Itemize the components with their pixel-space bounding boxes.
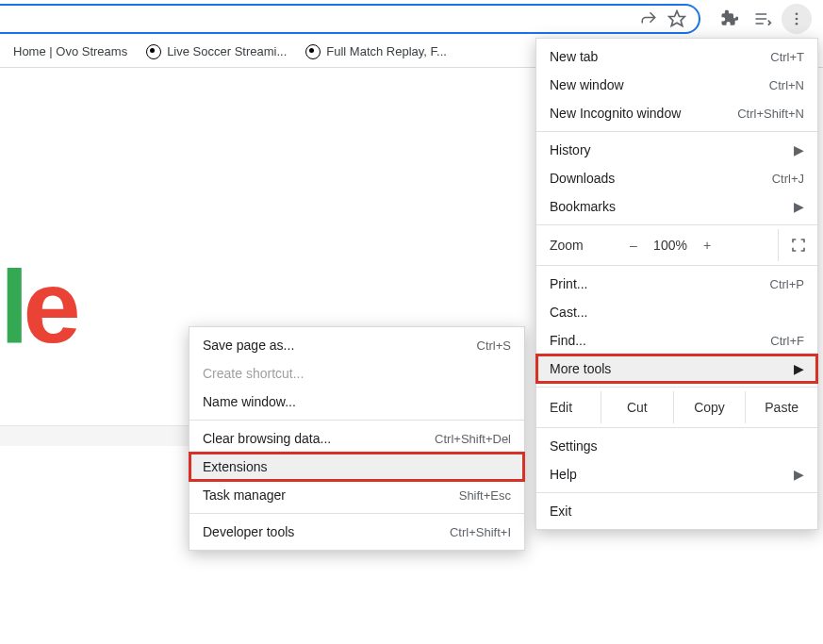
extensions-icon[interactable] [714, 4, 744, 34]
bookmark-label: Live Soccer Streami... [167, 44, 287, 58]
svg-point-1 [796, 12, 798, 15]
cut-button[interactable]: Cut [601, 391, 673, 423]
logo-l: l [0, 248, 24, 364]
bookmark-label: Full Match Replay, F... [326, 44, 447, 58]
menu-item-task-manager[interactable]: Task manager Shift+Esc [189, 481, 524, 509]
soccer-icon [305, 44, 321, 59]
paste-button[interactable]: Paste [745, 391, 817, 423]
menu-item-new-window[interactable]: New window Ctrl+N [536, 71, 817, 99]
menu-item-print[interactable]: Print... Ctrl+P [536, 270, 817, 298]
menu-label: Settings [550, 438, 804, 454]
menu-item-bookmarks[interactable]: Bookmarks ▶ [536, 192, 817, 221]
more-tools-submenu: Save page as... Ctrl+S Create shortcut..… [189, 326, 525, 551]
menu-item-name-window[interactable]: Name window... [189, 388, 524, 416]
menu-label: Exit [550, 504, 804, 519]
zoom-value: 100% [648, 238, 693, 253]
copy-button[interactable]: Copy [673, 391, 746, 423]
zoom-label: Zoom [550, 238, 619, 253]
menu-label: New tab [550, 49, 770, 64]
zoom-out-button[interactable]: – [619, 238, 648, 253]
chevron-right-icon: ▶ [795, 361, 804, 376]
separator [536, 224, 817, 225]
menu-shortcut: Shift+Esc [459, 488, 511, 503]
menu-item-help[interactable]: Help ▶ [536, 460, 817, 488]
toolbar [0, 0, 823, 36]
menu-item-clear-browsing-data[interactable]: Clear browsing data... Ctrl+Shift+Del [189, 424, 524, 453]
menu-shortcut: Ctrl+S [477, 339, 511, 353]
menu-label: New window [550, 77, 769, 92]
menu-shortcut: Ctrl+P [770, 277, 804, 291]
menu-shortcut: Ctrl+Shift+N [737, 107, 804, 121]
chrome-menu: New tab Ctrl+T New window Ctrl+N New Inc… [535, 38, 818, 530]
menu-dots-icon[interactable] [782, 4, 812, 34]
separator [536, 492, 817, 493]
menu-label: Task manager [203, 487, 459, 503]
menu-label: Clear browsing data... [203, 431, 435, 446]
menu-item-downloads[interactable]: Downloads Ctrl+J [536, 164, 817, 192]
menu-label: Print... [550, 276, 770, 291]
menu-label: Developer tools [203, 524, 450, 539]
menu-label: History [550, 142, 795, 157]
separator [536, 131, 817, 132]
reading-list-icon[interactable] [748, 4, 778, 34]
separator [189, 513, 524, 514]
menu-shortcut: Ctrl+N [769, 78, 804, 92]
menu-item-create-shortcut: Create shortcut... [189, 359, 524, 388]
chevron-right-icon: ▶ [795, 142, 804, 157]
svg-marker-0 [669, 10, 685, 25]
menu-shortcut: Ctrl+Shift+Del [435, 432, 511, 446]
soccer-icon [146, 44, 161, 59]
menu-label: Cast... [550, 305, 804, 320]
menu-label: More tools [550, 361, 795, 376]
star-icon[interactable] [667, 8, 687, 29]
footer-strip [0, 425, 189, 446]
menu-shortcut: Ctrl+Shift+I [450, 525, 511, 539]
menu-label: Create shortcut... [203, 366, 511, 381]
menu-label: Save page as... [203, 338, 477, 353]
svg-point-2 [796, 17, 798, 20]
menu-item-developer-tools[interactable]: Developer tools Ctrl+Shift+I [189, 518, 524, 546]
menu-item-save-page-as[interactable]: Save page as... Ctrl+S [189, 331, 524, 359]
bookmark-item[interactable]: Home | Ovo Streams [6, 41, 135, 62]
menu-item-cast[interactable]: Cast... [536, 298, 817, 326]
menu-label: Extensions [203, 459, 511, 474]
menu-shortcut: Ctrl+F [770, 334, 804, 348]
menu-label: Help [550, 467, 795, 482]
menu-item-exit[interactable]: Exit [536, 497, 817, 525]
menu-item-find[interactable]: Find... Ctrl+F [536, 326, 817, 355]
separator [536, 427, 817, 428]
menu-item-more-tools[interactable]: More tools ▶ [536, 355, 817, 383]
menu-item-new-tab[interactable]: New tab Ctrl+T [536, 42, 817, 71]
zoom-row: Zoom – 100% + [536, 229, 817, 261]
menu-item-history[interactable]: History ▶ [536, 136, 817, 164]
bookmark-item[interactable]: Full Match Replay, F... [298, 41, 454, 63]
chevron-right-icon: ▶ [795, 467, 804, 482]
address-bar[interactable] [0, 4, 700, 34]
edit-label: Edit [536, 391, 601, 423]
menu-shortcut: Ctrl+J [772, 172, 804, 186]
chevron-right-icon: ▶ [795, 199, 804, 214]
edit-row: Edit Cut Copy Paste [536, 391, 817, 423]
separator [536, 265, 817, 266]
menu-label: Downloads [550, 171, 772, 186]
menu-label: Name window... [203, 394, 511, 409]
separator [189, 420, 524, 421]
menu-shortcut: Ctrl+T [770, 50, 804, 64]
separator [536, 387, 817, 388]
svg-point-3 [796, 22, 798, 25]
menu-item-extensions[interactable]: Extensions [189, 453, 524, 481]
menu-label: Bookmarks [550, 199, 795, 214]
share-icon[interactable] [638, 8, 659, 29]
bookmark-item[interactable]: Live Soccer Streami... [139, 41, 294, 63]
menu-label: New Incognito window [550, 106, 737, 121]
bookmark-label: Home | Ovo Streams [13, 44, 127, 58]
menu-item-new-incognito[interactable]: New Incognito window Ctrl+Shift+N [536, 99, 817, 127]
zoom-in-button[interactable]: + [693, 238, 721, 253]
logo-e: e [24, 248, 75, 364]
fullscreen-button[interactable] [778, 229, 817, 261]
menu-label: Find... [550, 333, 770, 348]
google-logo-fragment: le [0, 255, 75, 358]
menu-item-settings[interactable]: Settings [536, 432, 817, 460]
